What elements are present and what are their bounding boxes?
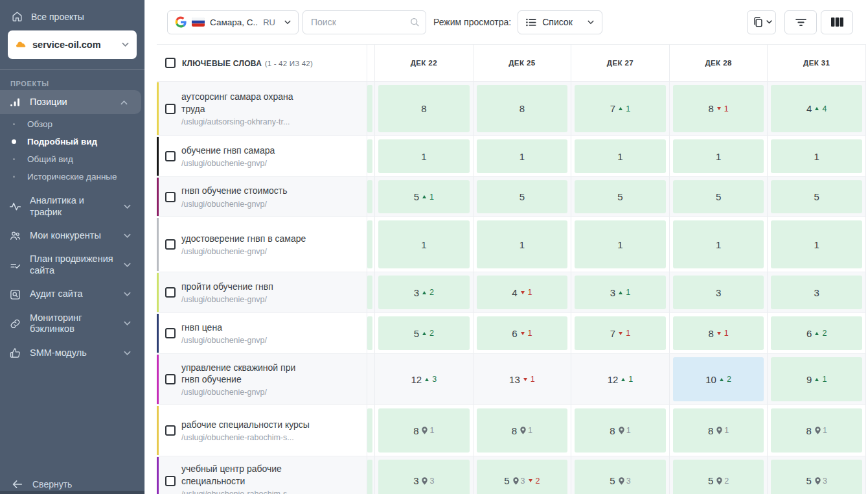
sidebar-nav: ПозицииОбзорПодробный видОбщий видИстори… xyxy=(0,90,144,365)
position-value: 3 xyxy=(413,475,418,486)
row-checkbox[interactable] xyxy=(165,425,176,436)
collapse-sidebar-button[interactable]: Свернуть xyxy=(0,479,72,489)
position-cell[interactable]: 532 xyxy=(474,456,572,494)
keywords-range: (1 - 42 ИЗ 42) xyxy=(265,60,313,67)
position-cell[interactable]: 53 xyxy=(768,456,866,494)
position-cell[interactable]: 8 xyxy=(474,82,572,135)
position-cell[interactable]: 1 xyxy=(474,217,572,272)
row-checkbox[interactable] xyxy=(165,374,176,384)
sidebar-subitem-detailed-view[interactable]: Подробный вид xyxy=(0,133,144,150)
position-cell[interactable]: 5 xyxy=(474,177,572,217)
keyword-cell[interactable]: обучение гнвп самара/uslugi/obuchenie-gn… xyxy=(157,136,367,176)
sidebar-item-site-audit[interactable]: Аудит сайта xyxy=(0,283,144,307)
position-value: 4 xyxy=(512,287,517,298)
position-cell[interactable]: 53 xyxy=(571,456,670,494)
sidebar-subitem-overview[interactable]: Обзор xyxy=(0,115,144,133)
view-mode-selector[interactable]: Список xyxy=(518,10,602,34)
search-input[interactable] xyxy=(303,10,426,34)
audit-icon xyxy=(9,288,21,301)
filter-button[interactable] xyxy=(784,10,817,34)
row-checkbox[interactable] xyxy=(165,476,176,486)
row-checkbox[interactable] xyxy=(165,239,176,250)
position-cell[interactable]: 81 xyxy=(670,313,768,353)
position-cell[interactable]: 131 xyxy=(474,354,572,405)
project-favicon-icon xyxy=(16,40,27,51)
position-delta: 2 xyxy=(822,329,827,338)
position-cell[interactable]: 71 xyxy=(571,82,670,135)
keyword-cell[interactable]: управление скважиной при гнвп обучение/u… xyxy=(157,354,367,405)
position-value: 7 xyxy=(610,103,615,114)
row-checkbox[interactable] xyxy=(165,192,176,202)
position-cell[interactable]: 33 xyxy=(375,456,474,494)
keyword-cell[interactable]: аутсорсинг самара охрана труда/uslugi/au… xyxy=(157,82,367,135)
position-value: 1 xyxy=(814,239,819,250)
position-cell[interactable]: 81 xyxy=(474,405,572,456)
keyword-cell[interactable]: удостоверение гнвп в самаре/uslugi/obuch… xyxy=(157,217,367,272)
position-cell[interactable]: 61 xyxy=(474,313,572,353)
position-cell[interactable]: 3 xyxy=(768,272,866,312)
position-cell[interactable]: 52 xyxy=(670,456,768,494)
position-cell[interactable]: 5 xyxy=(571,177,670,217)
project-selector[interactable]: service-oil.com xyxy=(8,30,137,59)
position-cell[interactable]: 8 xyxy=(375,82,474,135)
keyword-cell[interactable]: учебный центр рабочие специальности/uslu… xyxy=(157,456,367,494)
columns-view-button[interactable] xyxy=(821,10,853,34)
position-cell[interactable]: 71 xyxy=(571,313,670,353)
position-cell[interactable]: 1 xyxy=(571,217,670,272)
row-checkbox[interactable] xyxy=(165,287,176,298)
position-cell[interactable]: 102 xyxy=(670,354,768,405)
position-cell[interactable]: 81 xyxy=(375,405,474,456)
copy-button[interactable] xyxy=(747,10,776,34)
sidebar-item-analytics-traffic[interactable]: Аналитика и трафик xyxy=(0,189,144,224)
sidebar-item-label: Мониторинг бэклинков xyxy=(30,312,115,335)
sidebar-item-my-competitors[interactable]: Мои конкуренты xyxy=(0,224,144,248)
position-cell[interactable]: 32 xyxy=(375,272,474,312)
position-cell[interactable]: 52 xyxy=(375,313,474,353)
position-cell[interactable]: 41 xyxy=(474,272,572,312)
sidebar-item-backlink-monitoring[interactable]: Мониторинг бэклинков xyxy=(0,307,144,341)
position-value: 1 xyxy=(716,239,721,250)
position-cell[interactable]: 31 xyxy=(571,272,670,312)
sidebar-item-promotion-plan[interactable]: План продвижения сайта xyxy=(0,248,144,282)
position-cell[interactable]: 3 xyxy=(670,272,768,312)
row-checkbox[interactable] xyxy=(165,104,176,114)
keyword-cell[interactable]: гнвп обучение стоимость/uslugi/obuchenie… xyxy=(157,177,367,217)
position-cell[interactable]: 81 xyxy=(571,405,670,456)
row-checkbox[interactable] xyxy=(165,328,176,338)
sidebar-item-smm-module[interactable]: SMM-модуль xyxy=(0,341,144,365)
position-cell[interactable]: 1 xyxy=(375,136,474,176)
position-cell[interactable]: 1 xyxy=(474,136,572,176)
position-cell[interactable]: 1 xyxy=(670,136,768,176)
row-checkbox[interactable] xyxy=(165,151,176,161)
position-cell[interactable]: 91 xyxy=(768,354,866,405)
position-cell[interactable]: 1 xyxy=(571,136,670,176)
sidebar-item-positions[interactable]: Позиции xyxy=(0,90,141,114)
keyword-cell[interactable]: гнвп цена/uslugi/obuchenie-gnvp/ xyxy=(157,313,367,353)
position-cell[interactable]: 81 xyxy=(768,405,866,456)
sidebar-subitem-general-view[interactable]: Общий вид xyxy=(0,150,144,168)
all-projects-link[interactable]: Все проекты xyxy=(0,0,144,23)
keyword-cell[interactable]: рабочие специальности курсы/uslugi/obuch… xyxy=(157,405,367,456)
position-cell[interactable]: 5 xyxy=(670,177,768,217)
arrow-up-icon xyxy=(815,378,819,381)
position-cell[interactable]: 1 xyxy=(768,217,866,272)
position-cell[interactable]: 81 xyxy=(670,82,768,135)
position-cell[interactable]: 44 xyxy=(768,82,866,135)
position-cell[interactable]: 5 xyxy=(768,177,866,217)
keyword-cell[interactable]: пройти обучение гнвп/uslugi/obuchenie-gn… xyxy=(157,272,367,312)
position-cell[interactable]: 51 xyxy=(375,177,474,217)
position-cell[interactable]: 123 xyxy=(375,354,474,405)
select-all-checkbox[interactable] xyxy=(165,58,176,68)
sidebar-subitem-historical-data[interactable]: Исторические данные xyxy=(0,168,144,185)
position-cell[interactable]: 1 xyxy=(768,136,866,176)
collapse-label: Свернуть xyxy=(32,479,72,489)
position-cell[interactable]: 81 xyxy=(670,405,768,456)
position-cell[interactable]: 62 xyxy=(768,313,866,353)
position-delta: 1 xyxy=(531,375,535,384)
position-cell[interactable]: 1 xyxy=(670,217,768,272)
position-cell[interactable]: 121 xyxy=(571,354,670,405)
region-selector[interactable]: Самара, С... RU xyxy=(167,10,299,34)
plan-icon xyxy=(9,259,21,272)
position-cell[interactable]: 1 xyxy=(375,217,474,272)
position-value: 8 xyxy=(413,425,418,436)
